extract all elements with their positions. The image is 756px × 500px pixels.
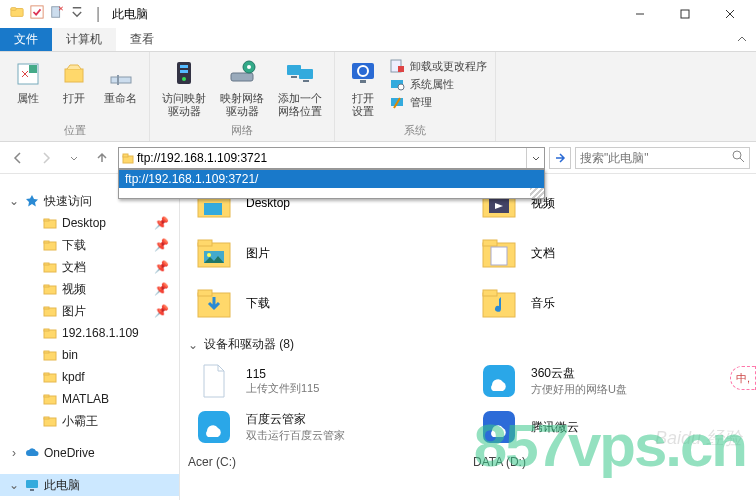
uninstall-programs-button[interactable]: 卸载或更改程序 (389, 58, 487, 74)
sidebar-item[interactable]: MATLAB (0, 388, 179, 410)
sidebar-item[interactable]: Desktop📌 (0, 212, 179, 234)
window-controls (617, 0, 752, 28)
properties-button[interactable]: 属性 (8, 56, 48, 107)
system-properties-button[interactable]: 系统属性 (389, 76, 487, 92)
this-pc[interactable]: ⌄ 此电脑 (0, 474, 179, 496)
drive-item[interactable]: 115上传文件到115 (188, 359, 463, 403)
svg-text:✕: ✕ (58, 5, 64, 12)
chevron-down-icon[interactable]: ⌄ (8, 194, 20, 208)
open-settings-button[interactable]: 打开 设置 (343, 56, 383, 119)
sidebar-item[interactable]: 文档📌 (0, 256, 179, 278)
search-box[interactable] (575, 147, 750, 169)
folder-icon (42, 391, 58, 407)
svg-rect-18 (287, 65, 301, 75)
tab-view[interactable]: 查看 (116, 28, 168, 51)
resize-grip-icon[interactable] (530, 188, 544, 198)
open-icon (58, 58, 90, 90)
svg-rect-20 (291, 76, 297, 78)
svg-rect-50 (44, 395, 49, 397)
svg-rect-2 (31, 6, 43, 18)
devices-section-header[interactable]: ⌄ 设备和驱动器 (8) (188, 336, 748, 353)
drive-data[interactable]: DATA (D:) (473, 455, 748, 469)
svg-rect-15 (231, 73, 253, 81)
svg-rect-38 (44, 263, 49, 265)
svg-point-32 (733, 151, 741, 159)
settings-icon (347, 58, 379, 90)
drive-acer[interactable]: Acer (C:) (188, 455, 463, 469)
manage-icon (389, 94, 405, 110)
address-suggestions: ftp://192.168.1.109:3721/ (118, 169, 545, 199)
svg-rect-13 (180, 70, 188, 73)
address-input[interactable] (137, 148, 526, 168)
drive-item[interactable]: 百度云管家双击运行百度云管家 (188, 405, 463, 449)
open-button[interactable]: 打开 (54, 56, 94, 107)
sidebar-item[interactable]: bin (0, 344, 179, 366)
ribbon-group-location: 属性 打开 重命名 位置 (0, 52, 150, 141)
rename-icon (105, 58, 137, 90)
svg-rect-54 (30, 489, 34, 491)
properties-icon (12, 58, 44, 90)
content-pane: Desktop视频图片文档下载音乐 ⌄ 设备和驱动器 (8) 115上传文件到1… (180, 174, 756, 500)
sidebar-item[interactable]: 192.168.1.109 (0, 322, 179, 344)
rename-button[interactable]: 重命名 (100, 56, 141, 107)
qat-dropdown-icon[interactable] (70, 5, 84, 23)
minimize-button[interactable] (617, 0, 662, 28)
add-network-location-button[interactable]: 添加一个 网络位置 (274, 56, 326, 119)
manage-button[interactable]: 管理 (389, 94, 487, 110)
drive-item[interactable]: 360云盘方便好用的网络U盘 (473, 359, 748, 403)
svg-rect-5 (681, 10, 689, 18)
address-dropdown-icon[interactable] (526, 148, 544, 168)
map-network-drive-button[interactable]: 映射网络 驱动器 (216, 56, 268, 119)
tab-computer[interactable]: 计算机 (52, 28, 116, 51)
pin-icon: 📌 (154, 216, 169, 230)
chevron-right-icon[interactable]: › (8, 446, 20, 460)
up-button[interactable] (90, 146, 114, 170)
svg-rect-67 (483, 240, 497, 246)
tab-file[interactable]: 文件 (0, 28, 52, 51)
search-input[interactable] (580, 151, 732, 165)
ribbon-tabs: 文件 计算机 查看 (0, 28, 756, 52)
folder-item[interactable]: 下载 (188, 280, 463, 326)
svg-rect-34 (44, 219, 49, 221)
cloud-icon (24, 445, 40, 461)
svg-rect-44 (44, 329, 49, 331)
folder-item[interactable]: 音乐 (473, 280, 748, 326)
svg-rect-36 (44, 241, 49, 243)
sidebar-desktop[interactable]: › Desktop (0, 496, 179, 500)
address-bar[interactable] (118, 147, 545, 169)
svg-rect-58 (204, 203, 222, 215)
sidebar-item[interactable]: 小霸王 (0, 410, 179, 432)
back-button[interactable] (6, 146, 30, 170)
sysprops-icon (389, 76, 405, 92)
checkbox-icon[interactable] (30, 5, 44, 23)
svg-rect-23 (360, 80, 366, 83)
folder-icon (42, 369, 58, 385)
title-bar: ✕ | 此电脑 (0, 0, 756, 28)
chevron-down-icon[interactable]: ⌄ (8, 478, 20, 492)
sidebar-item[interactable]: 下载📌 (0, 234, 179, 256)
uninstall-icon (389, 58, 405, 74)
onedrive[interactable]: › OneDrive (0, 442, 179, 464)
pin-icon: 📌 (154, 260, 169, 274)
folder-item[interactable]: 文档 (473, 230, 748, 276)
new-folder-icon[interactable]: ✕ (50, 5, 64, 23)
folder-item[interactable]: 图片 (188, 230, 463, 276)
ime-indicator[interactable]: 中, (730, 366, 756, 390)
sidebar-item[interactable]: 图片📌 (0, 300, 179, 322)
address-suggestion-item[interactable]: ftp://192.168.1.109:3721/ (119, 170, 544, 188)
sidebar-item[interactable]: 视频📌 (0, 278, 179, 300)
access-mapped-drive-button[interactable]: 访问映射 驱动器 (158, 56, 210, 119)
forward-button[interactable] (34, 146, 58, 170)
sidebar-item[interactable]: kpdf (0, 366, 179, 388)
close-button[interactable] (707, 0, 752, 28)
folder-icon (42, 281, 58, 297)
ribbon-collapse-icon[interactable] (728, 28, 756, 51)
server-icon (168, 58, 200, 90)
maximize-button[interactable] (662, 0, 707, 28)
history-dropdown[interactable] (62, 146, 86, 170)
folder-icon (42, 413, 58, 429)
svg-rect-10 (117, 75, 119, 85)
folder-downloads-icon (192, 283, 236, 323)
go-button[interactable] (549, 147, 571, 169)
drive-item[interactable]: 腾讯微云 (473, 405, 748, 449)
